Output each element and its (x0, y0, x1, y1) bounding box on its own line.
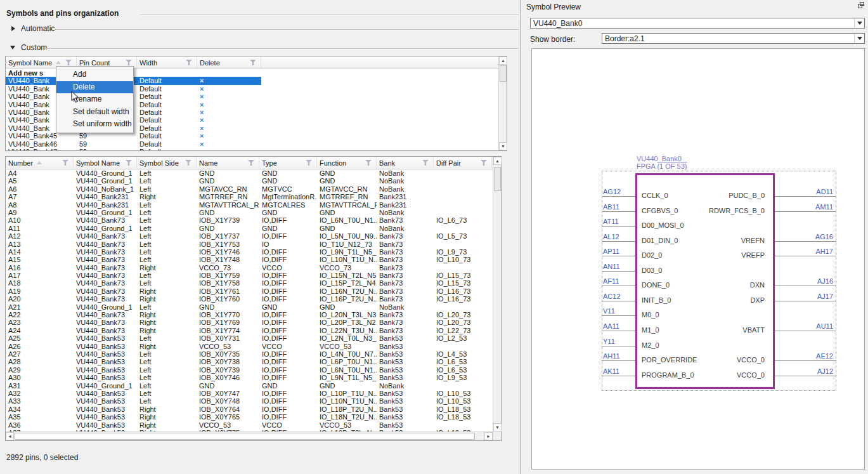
pin-table-row[interactable]: A10VU440_Bank73LeftIOB_X1Y739IO,DIFFIO_L… (6, 216, 492, 224)
menu-item-delete[interactable]: Delete (56, 81, 133, 94)
name-cell: IOB_X0Y746 (197, 374, 259, 381)
filter-funnel-icon[interactable] (250, 60, 256, 65)
filter-funnel-icon[interactable] (481, 160, 487, 166)
filter-funnel-icon[interactable] (62, 160, 68, 166)
pin-table-row[interactable]: A13VU440_Bank73LeftIOB_X1Y753IOIO_T1U_N1… (6, 240, 492, 248)
pin-table-row[interactable]: A19VU440_Bank73RightIOB_X1Y761IO,DIFFIO_… (6, 287, 492, 295)
pin-table-row[interactable]: A8VU440_Bank231LeftMGTAVTTRCAL_RNMGTCALR… (6, 201, 492, 209)
column-header-function[interactable]: Function (317, 157, 377, 169)
scroll-right-button[interactable]: ► (484, 432, 493, 440)
pin-table-row[interactable]: A36VU440_Bank53RightVCCO_53VCCOVCCO_53Ba… (6, 421, 492, 429)
column-header-symbol-name[interactable]: Symbol Name (74, 157, 137, 169)
pin-table-row[interactable]: A29VU440_Bank53LeftIOB_X0Y739IO,DIFFIO_L… (6, 366, 492, 374)
pin-table-row[interactable]: A15VU440_Bank73LeftIOB_X1Y748IO,DIFFIO_L… (6, 256, 492, 263)
pin-table-row[interactable]: A32VU440_Bank53LeftIOB_X0Y747IO,DIFFIO_L… (6, 390, 492, 397)
scroll-up-button[interactable]: ▲ (493, 157, 502, 165)
pin-table-row[interactable]: A24VU440_Bank73RightIOB_X1Y774IO,DIFFIO_… (6, 327, 492, 334)
delete-x-icon[interactable]: × (200, 124, 204, 132)
filter-funnel-icon[interactable] (422, 160, 429, 166)
diff-pair-cell (434, 225, 492, 232)
pin-table-row[interactable]: A21VU440_Ground_1LeftGNDGNDGNDNoBank (6, 303, 492, 311)
pin-table-row[interactable]: A18VU440_Bank73LeftIOB_X1Y758IO,DIFFIO_L… (6, 279, 492, 287)
filter-funnel-icon[interactable] (186, 60, 192, 65)
menu-item-add[interactable]: Add (56, 69, 133, 81)
filter-funnel-icon[interactable] (306, 160, 312, 166)
pin-table-row[interactable]: A6VU440_NoBank_1LeftMGTAVCC_RNMGTVCCMGTA… (6, 185, 492, 193)
pin-table-row[interactable]: A28VU440_Bank53LeftIOB_X0Y738IO,DIFFIO_L… (6, 358, 492, 365)
pin-table-row[interactable]: A27VU440_Bank53LeftIOB_X0Y735IO,DIFFIO_L… (6, 350, 492, 358)
pin-table-row[interactable]: A17VU440_Bank73LeftIOB_X1Y759IO,DIFFIO_L… (6, 272, 492, 279)
pin-table-row[interactable]: A12VU440_Bank73LeftIOB_X1Y737IO,DIFFIO_L… (6, 232, 492, 240)
pin-table-row[interactable]: A26VU440_Bank53RightVCCO_53VCCOVCCO_53Ba… (6, 343, 492, 350)
pin-count-cell: 59 (77, 132, 137, 140)
delete-x-icon[interactable]: × (200, 116, 204, 124)
delete-x-icon[interactable]: × (200, 140, 204, 148)
filter-funnel-icon[interactable] (65, 60, 72, 65)
scroll-left-button[interactable]: ◄ (6, 432, 14, 440)
pin-table-row[interactable]: A5VU440_Ground_1LeftGNDGNDGNDNoBank (6, 177, 492, 185)
pin-table-row[interactable]: A11VU440_Ground_1LeftGNDGNDGNDNoBank (6, 225, 492, 232)
filter-funnel-icon[interactable] (126, 160, 132, 166)
section-automatic[interactable]: Automatic (11, 24, 55, 33)
pins-table-hscrollbar[interactable]: ◄ ► (6, 431, 493, 440)
filter-funnel-icon[interactable] (365, 160, 372, 166)
scrollbar-thumb[interactable] (500, 65, 507, 82)
pin-table-row[interactable]: A34VU440_Bank53RightIOB_X0Y764IO,DIFFIO_… (6, 405, 492, 413)
delete-x-icon[interactable]: × (200, 132, 204, 140)
filter-funnel-icon[interactable] (248, 160, 254, 166)
column-header-bank[interactable]: Bank (377, 157, 434, 169)
symbol-row[interactable]: VU440_Bank4559Default× (6, 132, 261, 140)
pin-table-row[interactable]: A16VU440_Bank73RightVCCO_73VCCOVCCO_73Ba… (6, 264, 492, 272)
delete-x-icon[interactable]: × (200, 93, 204, 100)
column-header-number[interactable]: Number (6, 157, 74, 169)
section-custom[interactable]: Custom (10, 43, 47, 52)
scrollbar-thumb[interactable] (494, 167, 501, 191)
delete-x-icon[interactable]: × (200, 109, 204, 116)
column-header-name[interactable]: Name (197, 157, 259, 169)
chevron-down-icon[interactable] (854, 34, 864, 43)
function-cell: IO_L20N_T3L_N3... (317, 311, 377, 319)
menu-item-rename[interactable]: Rename (56, 93, 133, 106)
pin-table-row[interactable]: A23VU440_Bank73RightIOB_X1Y769IO,DIFFIO_… (6, 319, 492, 326)
pin-table-row[interactable]: A20VU440_Bank73RightIOB_X1Y760IO,DIFFIO_… (6, 295, 492, 303)
delete-x-icon[interactable]: × (200, 101, 204, 109)
column-header-diff-pair[interactable]: Diff Pair (434, 157, 492, 169)
pin-table-row[interactable]: A25VU440_Bank53LeftIOB_X0Y731IO,DIFFIO_L… (6, 334, 492, 342)
pin-table-row[interactable]: A4VU440_Ground_1LeftGNDGNDGNDNoBank (6, 169, 492, 177)
scroll-up-button[interactable]: ▲ (499, 56, 507, 65)
column-header-symbol-side[interactable]: Symbol Side (137, 157, 197, 169)
pin-table-row[interactable]: A9VU440_Ground_1LeftGNDGNDGNDNoBank (6, 209, 492, 216)
column-header-type[interactable]: Type (259, 157, 317, 169)
filter-funnel-icon[interactable] (126, 60, 132, 65)
delete-x-icon[interactable]: × (200, 85, 204, 93)
symbol-row[interactable]: VU440_Bank4759Default× (6, 148, 261, 150)
pin-table-row[interactable]: A22VU440_Bank73RightIOB_X1Y770IO,DIFFIO_… (6, 311, 492, 319)
pin-table-row[interactable]: A35VU440_Bank53RightIOB_X0Y765IO,DIFFIO_… (6, 413, 492, 421)
column-header-width[interactable]: Width (137, 56, 197, 69)
symbol-preview-canvas[interactable]: VU440_Bank0 FPGA (1 OF 53) AG12CCLK_0PUD… (531, 48, 865, 470)
filter-funnel-icon[interactable] (185, 160, 191, 166)
pin-table-row[interactable]: A14VU440_Bank73LeftIOB_X1Y746IO,DIFFIO_L… (6, 248, 492, 256)
symbol-row[interactable]: VU440_Bank4659Default× (6, 140, 261, 148)
pins-table-vscrollbar[interactable]: ▲ ▼ (493, 157, 501, 440)
pin-table-row[interactable]: A30VU440_Bank53LeftIOB_X0Y746IO,DIFFIO_L… (6, 374, 492, 381)
column-header-delete[interactable]: Delete (197, 56, 261, 69)
menu-item-set-default-width[interactable]: Set default width (56, 106, 133, 119)
chevron-down-icon[interactable] (854, 18, 864, 28)
symbols-table-vscrollbar[interactable]: ▲ ▼ (498, 56, 507, 150)
scroll-down-button[interactable]: ▼ (499, 142, 507, 150)
menu-item-set-uniform-width[interactable]: Set uniform width (56, 118, 133, 131)
pin-table-row[interactable]: A31VU440_Ground_1LeftGNDGNDGNDNoBank (6, 382, 492, 390)
border-select[interactable]: Border:a2.1 (602, 33, 865, 44)
type-cell: GND (259, 303, 317, 311)
symbol-pin-row: AC12INIT_B_0DXPAJ17 (602, 292, 836, 307)
scrollbar-thumb[interactable] (15, 433, 475, 440)
symbol-select[interactable]: VU440_Bank0 (530, 18, 865, 29)
pin-table-row[interactable]: A7VU440_Bank231RightMGTRREF_RNMgtTermina… (6, 193, 492, 201)
delete-x-icon[interactable]: × (200, 77, 204, 84)
bank-cell: Bank73 (377, 232, 434, 240)
scroll-down-button[interactable]: ▼ (493, 423, 502, 431)
pin-table-row[interactable]: A33VU440_Bank53LeftIOB_X0Y748IO,DIFFIO_L… (6, 397, 492, 405)
delete-x-icon[interactable]: × (200, 148, 204, 150)
float-panel-icon[interactable] (858, 2, 864, 8)
